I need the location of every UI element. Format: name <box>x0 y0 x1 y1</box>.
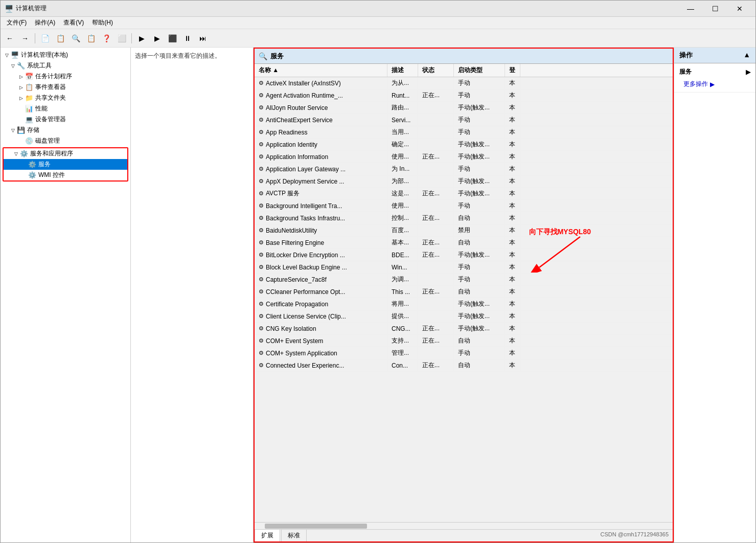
table-row[interactable]: ⚙CCleaner Performance Opt...This ...正在..… <box>255 286 673 298</box>
view-button[interactable]: ⬜ <box>114 31 129 46</box>
performance-expander[interactable] <box>17 105 25 113</box>
back-button[interactable]: ← <box>3 31 17 46</box>
tree-system-tools[interactable]: ▽ 🔧 系统工具 <box>1 60 130 71</box>
col-desc[interactable]: 描述 <box>387 64 418 77</box>
table-row[interactable]: ⚙Certificate Propagation将用...手动(触发...本 <box>255 298 673 310</box>
performance-icon: 📊 <box>25 105 33 113</box>
cell-status <box>418 77 454 89</box>
tree-disk-management[interactable]: 💿 磁盘管理 <box>1 135 130 146</box>
cell-desc: CNG... <box>387 323 418 334</box>
storage-expander[interactable]: ▽ <box>9 126 17 134</box>
h-scrollbar-thumb[interactable] <box>265 524 367 529</box>
tree-event-viewer[interactable]: ▷ 📋 事件查看器 <box>1 82 130 93</box>
table-row[interactable]: ⚙BaiduNetdiskUtility百度...禁用本 <box>255 224 673 237</box>
table-row[interactable]: ⚙Application Identity确定...手动(触发...本 <box>255 139 673 151</box>
show-hide-button[interactable]: 📋 <box>53 31 67 46</box>
cell-startup: 手动 <box>454 261 505 273</box>
search-button[interactable]: 🔍 <box>68 31 83 46</box>
cell-login: 本 <box>505 102 520 114</box>
h-scrollbar[interactable] <box>255 522 673 529</box>
cell-login: 本 <box>505 286 520 298</box>
play-button[interactable]: ▶ <box>134 31 149 46</box>
table-row[interactable]: ⚙Background Intelligent Tra...使用...手动本 <box>255 200 673 212</box>
table-row[interactable]: ⚙AntiCheatExpert ServiceServi...手动本 <box>255 114 673 126</box>
actions-expand-icon[interactable]: ▲ <box>743 51 750 59</box>
table-row[interactable]: ⚙AppX Deployment Service ...为部...手动(触发..… <box>255 175 673 188</box>
col-login[interactable]: 登 <box>505 64 520 77</box>
table-row[interactable]: ⚙Block Level Backup Engine ...Win...手动本 <box>255 261 673 274</box>
copy-button[interactable]: 📋 <box>84 31 98 46</box>
event-viewer-expander[interactable]: ▷ <box>17 83 25 92</box>
table-row[interactable]: ⚙Base Filtering Engine基本...正在...自动本 <box>255 237 673 249</box>
pause-button[interactable]: ⏸ <box>180 31 195 46</box>
table-row[interactable]: ⚙Application Information使用...正在...手动(触发.… <box>255 151 673 163</box>
device-manager-expander[interactable] <box>17 116 25 124</box>
storage-icon: 💾 <box>17 126 25 134</box>
gear-icon: ⚙ <box>259 264 264 270</box>
table-row[interactable]: ⚙ActiveX Installer (AxInstSV)为从...手动本 <box>255 77 673 89</box>
table-row[interactable]: ⚙COM+ System Application管理...手动本 <box>255 347 673 359</box>
cell-login: 本 <box>505 139 520 150</box>
help-button[interactable]: ❓ <box>99 31 113 46</box>
action-section-arrow: ▶ <box>746 69 750 76</box>
watermark: CSDN @cmh17712948365 <box>601 531 669 537</box>
tree-root[interactable]: ▽ 🖥️ 计算机管理(本地) <box>1 50 130 60</box>
cell-name: ⚙CaptureService_7ac8f <box>255 274 387 285</box>
play2-button[interactable]: ▶ <box>150 31 164 46</box>
table-row[interactable]: ⚙AllJoyn Router Service路由...手动(触发...本 <box>255 102 673 114</box>
col-name[interactable]: 名称 ▲ <box>255 64 387 77</box>
col-status[interactable]: 状态 <box>418 64 454 77</box>
tree-storage[interactable]: ▽ 💾 存储 <box>1 125 130 135</box>
table-row[interactable]: ⚙Background Tasks Infrastru...控制...正在...… <box>255 212 673 224</box>
close-button[interactable]: ✕ <box>728 1 751 17</box>
disk-management-expander[interactable] <box>17 137 25 145</box>
table-row[interactable]: ⚙Client License Service (Clip...提供...手动(… <box>255 310 673 323</box>
tree-device-manager[interactable]: 💻 设备管理器 <box>1 114 130 125</box>
root-expander[interactable]: ▽ <box>3 51 11 59</box>
tab-standard[interactable]: 标准 <box>281 529 307 541</box>
restart-button[interactable]: ⏭ <box>196 31 210 46</box>
cell-name: ⚙CNG Key Isolation <box>255 323 387 334</box>
shared-folders-expander[interactable]: ▷ <box>17 94 25 102</box>
up-button[interactable]: 📄 <box>38 31 52 46</box>
gear-icon: ⚙ <box>259 153 264 160</box>
cell-login: 本 <box>505 114 520 126</box>
tree-shared-folders[interactable]: ▷ 📁 共享文件夹 <box>1 93 130 103</box>
wmi-expander[interactable] <box>20 171 28 179</box>
tree-performance[interactable]: 📊 性能 <box>1 103 130 114</box>
tree-wmi[interactable]: ⚙️ WMI 控件 <box>4 170 127 180</box>
stop-button[interactable]: ⬛ <box>165 31 179 46</box>
cell-name: ⚙Agent Activation Runtime_... <box>255 89 387 101</box>
sidebar: ▽ 🖥️ 计算机管理(本地) ▽ 🔧 系统工具 ▷ 📅 任务计划程序 ▷ 📋 事… <box>1 48 131 542</box>
tree-services-apps[interactable]: ▽ ⚙️ 服务和应用程序 <box>4 148 127 159</box>
table-row[interactable]: ⚙App Readiness当用...手动本 <box>255 126 673 139</box>
cell-startup: 禁用 <box>454 224 505 236</box>
minimize-button[interactable]: — <box>679 1 702 17</box>
cell-login: 本 <box>505 335 520 347</box>
tab-expand[interactable]: 扩展 <box>255 529 280 541</box>
menu-help[interactable]: 帮助(H) <box>88 17 117 28</box>
table-row[interactable]: ⚙COM+ Event System支持...正在...自动本 <box>255 335 673 347</box>
maximize-button[interactable]: ☐ <box>703 1 727 17</box>
cell-startup: 手动 <box>454 347 505 359</box>
services-apps-expander[interactable]: ▽ <box>12 150 20 158</box>
table-row[interactable]: ⚙Connected User Experienc...Con...正在...自… <box>255 359 673 372</box>
table-row[interactable]: ⚙CaptureService_7ac8f为调...手动本 <box>255 274 673 286</box>
action-more[interactable]: 更多操作 ▶ <box>674 78 755 90</box>
menu-file[interactable]: 文件(F) <box>3 17 31 28</box>
menu-view[interactable]: 查看(V) <box>59 17 88 28</box>
col-startup[interactable]: 启动类型 <box>454 64 505 77</box>
system-tools-expander[interactable]: ▽ <box>9 62 17 70</box>
table-row[interactable]: ⚙Agent Activation Runtime_...Runt...正在..… <box>255 89 673 102</box>
table-row[interactable]: ⚙BitLocker Drive Encryption ...BDE...正在.… <box>255 249 673 261</box>
table-row[interactable]: ⚙Application Layer Gateway ...为 In...手动本 <box>255 163 673 175</box>
tree-services[interactable]: ⚙️ 服务 <box>4 159 127 170</box>
tree-task-scheduler[interactable]: ▷ 📅 任务计划程序 <box>1 71 130 82</box>
menu-action[interactable]: 操作(A) <box>31 17 59 28</box>
services-expander[interactable] <box>20 161 28 169</box>
task-scheduler-expander[interactable]: ▷ <box>17 73 25 81</box>
table-row[interactable]: ⚙AVCTP 服务这是...正在...手动(触发...本 <box>255 188 673 200</box>
forward-button[interactable]: → <box>18 31 32 46</box>
table-row[interactable]: ⚙CNG Key IsolationCNG...正在...手动(触发...本 <box>255 323 673 335</box>
services-table[interactable]: 名称 ▲ 描述 状态 启动类型 登 ⚙ActiveX Installer (Ax… <box>255 64 673 522</box>
